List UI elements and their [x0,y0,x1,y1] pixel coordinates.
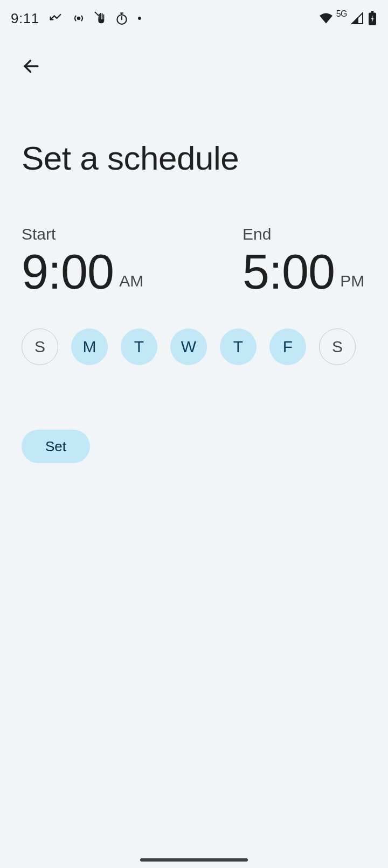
svg-point-0 [77,17,79,19]
arrow-left-icon [22,57,41,78]
battery-charging-icon [368,11,377,26]
day-toggle-monday[interactable]: M [71,328,108,365]
set-button[interactable]: Set [22,430,90,463]
missed-call-icon [48,11,63,26]
start-label: Start [22,225,242,243]
day-toggle-saturday[interactable]: S [319,328,356,365]
back-button[interactable] [18,54,44,80]
wifi-icon [318,12,334,25]
status-time: 9:11 [11,10,39,27]
app-bar [0,48,388,86]
content-area: Set a schedule Start 9:00 AM End 5:00 PM… [22,140,366,463]
stopwatch-icon [115,11,129,25]
end-time-value: 5:00 PM [242,248,366,296]
hand-raise-icon [94,11,106,25]
start-time-period: AM [119,272,143,290]
day-letter: W [181,338,196,356]
cellular-signal-icon [350,12,364,25]
day-letter: S [332,338,343,356]
dot-icon [137,16,142,20]
status-bar-left: 9:11 [11,10,142,27]
day-toggle-sunday[interactable]: S [22,328,58,365]
day-toggle-thursday[interactable]: T [220,328,257,365]
day-letter: T [233,338,243,356]
day-toggle-tuesday[interactable]: T [121,328,157,365]
svg-point-6 [138,17,141,20]
page-title: Set a schedule [22,140,366,177]
status-bar: 9:11 [0,0,388,37]
day-letter: S [34,338,45,356]
day-letter: F [283,338,293,356]
end-time-period: PM [340,272,364,290]
navigation-handle[interactable] [140,858,248,862]
end-label: End [242,225,366,243]
end-time-picker[interactable]: End 5:00 PM [242,225,366,296]
start-time-text: 9:00 [22,248,114,296]
start-time-picker[interactable]: Start 9:00 AM [22,225,242,296]
day-letter: T [134,338,144,356]
days-row: SMTWTFS [22,328,366,365]
hotspot-icon [72,11,86,25]
end-time-text: 5:00 [242,248,335,296]
svg-rect-8 [371,11,374,13]
status-bar-right: 5G [318,11,377,26]
svg-point-1 [94,12,96,13]
day-toggle-wednesday[interactable]: W [170,328,207,365]
time-row: Start 9:00 AM End 5:00 PM [22,225,366,296]
network-type-label: 5G [336,9,347,19]
day-toggle-friday[interactable]: F [269,328,306,365]
day-letter: M [83,338,96,356]
start-time-value: 9:00 AM [22,248,242,296]
